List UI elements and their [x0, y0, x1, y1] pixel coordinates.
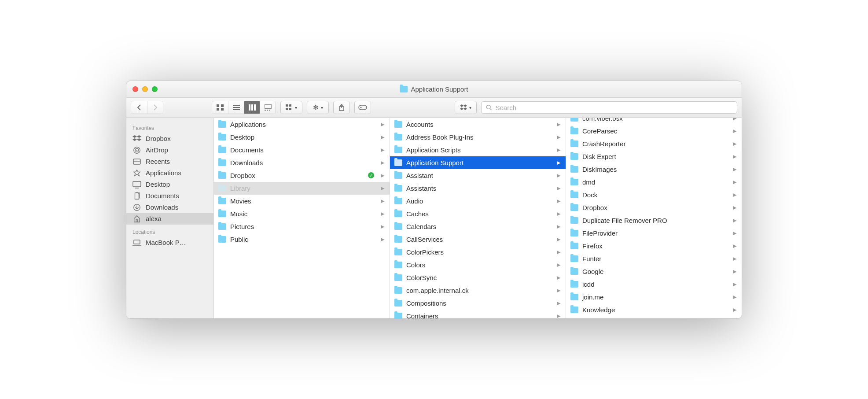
icon-view-button[interactable]	[212, 101, 228, 114]
folder-row[interactable]: com.viber.osx▶	[566, 118, 742, 125]
apps-icon	[132, 169, 141, 177]
folder-icon	[394, 147, 402, 153]
sidebar-item-applications[interactable]: Applications	[126, 167, 213, 179]
folder-row[interactable]: Audio▶	[390, 195, 566, 207]
folder-row[interactable]: Desktop▶	[214, 131, 390, 144]
minimize-button[interactable]	[142, 86, 148, 92]
folder-label: Assistant	[406, 172, 433, 179]
chevron-right-icon: ▶	[557, 173, 560, 178]
folder-row[interactable]: Music▶	[214, 207, 390, 220]
arrange-button[interactable]: ▾	[281, 101, 302, 114]
column-2[interactable]: com.viber.osx▶CoreParsec▶CrashReporter▶D…	[566, 118, 742, 318]
sidebar-item-dropbox[interactable]: Dropbox	[126, 133, 213, 144]
chevron-right-icon: ▶	[733, 128, 736, 134]
svg-point-21	[486, 105, 490, 109]
folder-row[interactable]: Application Scripts▶	[390, 144, 566, 156]
folder-label: ColorSync	[406, 274, 437, 281]
folder-row[interactable]: CrashReporter▶	[566, 137, 742, 150]
column-0[interactable]: Applications▶Desktop▶Documents▶Downloads…	[214, 118, 390, 318]
folder-icon	[394, 223, 402, 230]
column-view-button[interactable]	[244, 101, 260, 114]
action-button[interactable]: ✻▾	[307, 101, 328, 114]
back-button[interactable]	[131, 101, 147, 114]
dropbox-icon	[132, 135, 141, 143]
folder-row[interactable]: DiskImages▶	[566, 163, 742, 176]
sidebar-item-macbook-p-[interactable]: MacBook P…	[126, 237, 213, 248]
folder-row[interactable]: Application Support▶	[390, 156, 566, 169]
folder-icon	[394, 249, 402, 255]
folder-row[interactable]: Pictures▶	[214, 220, 390, 233]
folder-row[interactable]: join.me▶	[566, 291, 742, 303]
folder-row[interactable]: ColorSync▶	[390, 271, 566, 284]
folder-row[interactable]: Assistants▶	[390, 182, 566, 195]
folder-row[interactable]: FileProvider▶	[566, 227, 742, 240]
folder-row[interactable]: Disk Expert▶	[566, 150, 742, 163]
titlebar[interactable]: Application Support	[126, 81, 742, 98]
folder-row[interactable]: CallServices▶	[390, 233, 566, 246]
folder-label: Duplicate File Remover PRO	[582, 217, 667, 224]
column-1[interactable]: Accounts▶Address Book Plug-Ins▶Applicati…	[390, 118, 566, 318]
desktop-icon	[132, 181, 141, 188]
tags-button[interactable]	[355, 101, 371, 114]
chevron-right-icon: ▶	[733, 281, 736, 287]
folder-row[interactable]: Movies▶	[214, 195, 390, 207]
folder-row[interactable]: Dropbox▶	[566, 201, 742, 214]
gallery-view-button[interactable]	[260, 101, 276, 114]
folder-icon	[394, 236, 402, 243]
folder-row[interactable]: Dock▶	[566, 188, 742, 201]
folder-row[interactable]: Knowledge▶	[566, 303, 742, 316]
folder-label: DiskImages	[582, 166, 617, 173]
folder-row[interactable]: Duplicate File Remover PRO▶	[566, 214, 742, 227]
folder-label: Library	[230, 185, 250, 192]
dropbox-toolbar-button[interactable]: ▾	[455, 101, 476, 114]
folder-row[interactable]: ColorPickers▶	[390, 246, 566, 259]
sidebar-item-documents[interactable]: Documents	[126, 190, 213, 202]
folder-row[interactable]: Accounts▶	[390, 118, 566, 131]
folder-row[interactable]: Caches▶	[390, 207, 566, 220]
list-view-button[interactable]	[228, 101, 244, 114]
folder-row[interactable]: Google▶	[566, 265, 742, 278]
chevron-right-icon: ▶	[733, 256, 736, 262]
chevron-right-icon: ▶	[733, 294, 736, 300]
folder-row[interactable]: Firefox▶	[566, 240, 742, 252]
folder-row[interactable]: Calendars▶	[390, 220, 566, 233]
folder-row[interactable]: Public▶	[214, 233, 390, 246]
svg-rect-31	[136, 219, 138, 222]
folder-row[interactable]: dmd▶	[566, 176, 742, 188]
folder-label: Audio	[406, 197, 423, 205]
forward-button[interactable]	[147, 101, 163, 114]
sidebar-item-alexa[interactable]: alexa	[126, 213, 213, 225]
folder-row[interactable]: Assistant▶	[390, 169, 566, 182]
close-button[interactable]	[132, 86, 138, 92]
folder-row[interactable]: com.apple.internal.ck▶	[390, 284, 566, 297]
folder-row[interactable]: Compositions▶	[390, 297, 566, 310]
folder-row[interactable]: Containers▶	[390, 310, 566, 318]
folder-row[interactable]: Downloads▶	[214, 156, 390, 169]
folder-row[interactable]: icdd▶	[566, 278, 742, 291]
sidebar-item-downloads[interactable]: Downloads	[126, 202, 213, 213]
folder-icon	[570, 268, 578, 275]
laptop-icon	[132, 239, 141, 247]
sidebar-item-desktop[interactable]: Desktop	[126, 179, 213, 190]
window-title: Application Support	[400, 85, 468, 93]
sidebar-item-airdrop[interactable]: AirDrop	[126, 144, 213, 156]
folder-row[interactable]: Dropbox✓▶	[214, 169, 390, 182]
search-field[interactable]	[481, 101, 737, 114]
search-input[interactable]	[495, 104, 732, 111]
folder-row[interactable]: Library▶	[214, 182, 390, 195]
folder-icon	[394, 262, 402, 268]
folder-row[interactable]: Documents▶	[214, 144, 390, 156]
folder-row[interactable]: Applications▶	[214, 118, 390, 131]
folder-icon	[570, 179, 578, 185]
sidebar-item-label: alexa	[146, 215, 162, 222]
folder-icon	[570, 192, 578, 198]
folder-row[interactable]: Funter▶	[566, 252, 742, 265]
sidebar[interactable]: FavoritesDropboxAirDropRecentsApplicatio…	[126, 118, 214, 318]
folder-row[interactable]: Address Book Plug-Ins▶	[390, 131, 566, 144]
share-button[interactable]	[334, 101, 349, 114]
folder-row[interactable]: Colors▶	[390, 259, 566, 271]
svg-rect-14	[286, 104, 288, 107]
folder-row[interactable]: CoreParsec▶	[566, 125, 742, 137]
sidebar-item-recents[interactable]: Recents	[126, 156, 213, 167]
maximize-button[interactable]	[152, 86, 158, 92]
